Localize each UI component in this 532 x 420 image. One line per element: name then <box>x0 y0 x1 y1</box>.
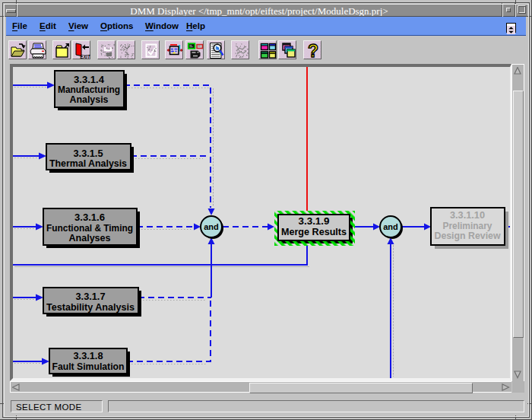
svg-text:3.3.1.9: 3.3.1.9 <box>299 216 330 227</box>
svg-text:and: and <box>383 222 398 231</box>
svg-text:?: ? <box>308 42 318 59</box>
svg-text:Fault Simulation: Fault Simulation <box>52 361 125 372</box>
svg-text:3.3.1.5: 3.3.1.5 <box>74 148 103 159</box>
svg-text:Thermal Analysis: Thermal Analysis <box>49 158 127 169</box>
svg-text:3.3.1.8: 3.3.1.8 <box>74 351 103 361</box>
svg-text:3.3.1.4: 3.3.1.4 <box>74 75 104 85</box>
svg-text:Design Review: Design Review <box>435 231 502 241</box>
svg-text:3.3.1.7: 3.3.1.7 <box>76 291 106 302</box>
svg-text:3.3.1.10: 3.3.1.10 <box>450 210 485 221</box>
svg-text:Manufacturing: Manufacturing <box>58 84 120 95</box>
svg-text:Analyses: Analyses <box>69 233 111 243</box>
svg-text:Functional & Timing: Functional & Timing <box>46 223 133 234</box>
svg-text:Testability Analysis: Testability Analysis <box>46 302 135 313</box>
svg-text:Preliminary: Preliminary <box>443 221 492 231</box>
svg-text:Analysis: Analysis <box>70 94 109 105</box>
svg-text:Merge Results: Merge Results <box>281 227 347 237</box>
svg-text:and: and <box>204 222 219 231</box>
svg-text:3.3.1.6: 3.3.1.6 <box>74 212 105 223</box>
svg-text:EXIT: EXIT <box>81 54 91 59</box>
